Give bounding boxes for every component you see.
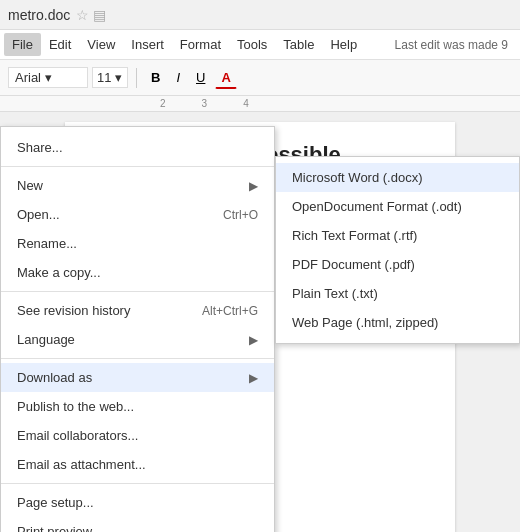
submenu-html[interactable]: Web Page (.html, zipped) [276,308,519,337]
text-color-button[interactable]: A [215,67,236,89]
menu-revision[interactable]: See revision history Alt+Ctrl+G [1,296,274,325]
submenu-txt[interactable]: Plain Text (.txt) [276,279,519,308]
underline-button[interactable]: U [190,67,211,88]
separator-1 [1,166,274,167]
download-submenu: Microsoft Word (.docx) OpenDocument Form… [275,156,520,344]
file-dropdown-overlay: Share... New ▶ Open... Ctrl+O Rename... … [0,126,275,532]
submenu-pdf[interactable]: PDF Document (.pdf) [276,250,519,279]
font-size-selector[interactable]: 11 ▾ [92,67,128,88]
font-selector[interactable]: Arial ▾ [8,67,88,88]
separator-4 [1,483,274,484]
folder-icon[interactable]: ▤ [93,7,106,23]
menu-rename[interactable]: Rename... [1,229,274,258]
menu-item-help[interactable]: Help [322,33,365,56]
menu-new[interactable]: New ▶ [1,171,274,200]
submenu-docx[interactable]: Microsoft Word (.docx) [276,163,519,192]
menu-email-collab[interactable]: Email collaborators... [1,421,274,450]
menu-item-tools[interactable]: Tools [229,33,275,56]
title-bar: metro.doc ☆ ▤ [0,0,520,30]
last-edit-text: Last edit was made 9 [395,38,516,52]
document-title[interactable]: metro.doc [8,7,70,23]
menu-printpreview[interactable]: Print preview [1,517,274,532]
menu-item-insert[interactable]: Insert [123,33,172,56]
toolbar-divider-1 [136,68,137,88]
menu-publish[interactable]: Publish to the web... [1,392,274,421]
menu-download-as[interactable]: Download as ▶ [1,363,274,392]
menu-copy[interactable]: Make a copy... [1,258,274,287]
menu-language[interactable]: Language ▶ [1,325,274,354]
menu-item-format[interactable]: Format [172,33,229,56]
separator-2 [1,291,274,292]
italic-button[interactable]: I [170,67,186,88]
menu-open[interactable]: Open... Ctrl+O [1,200,274,229]
menu-item-table[interactable]: Table [275,33,322,56]
submenu-rtf[interactable]: Rich Text Format (.rtf) [276,221,519,250]
menu-share[interactable]: Share... [1,133,274,162]
menu-email-attach[interactable]: Email as attachment... [1,450,274,479]
menu-pagesetup[interactable]: Page setup... [1,488,274,517]
file-dropdown: Share... New ▶ Open... Ctrl+O Rename... … [0,126,275,532]
menu-item-edit[interactable]: Edit [41,33,79,56]
separator-3 [1,358,274,359]
toolbar: Arial ▾ 11 ▾ B I U A [0,60,520,96]
menu-bar: File Edit View Insert Format Tools Table… [0,30,520,60]
menu-item-file[interactable]: File [4,33,41,56]
menu-item-view[interactable]: View [79,33,123,56]
submenu-odt[interactable]: OpenDocument Format (.odt) [276,192,519,221]
star-icon[interactable]: ☆ [76,7,89,23]
document-area: 2 3 4 o, yes it is still possible ten ti [0,96,520,532]
ruler: 2 3 4 [0,96,520,112]
bold-button[interactable]: B [145,67,166,88]
